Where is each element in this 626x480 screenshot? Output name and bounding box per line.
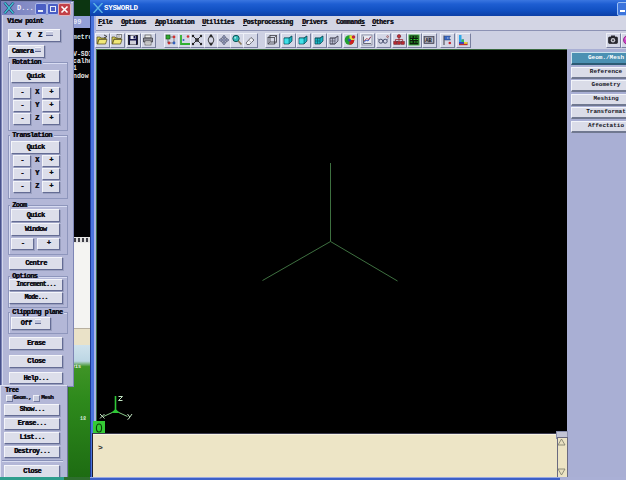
svg-text:AB: AB: [425, 37, 432, 44]
